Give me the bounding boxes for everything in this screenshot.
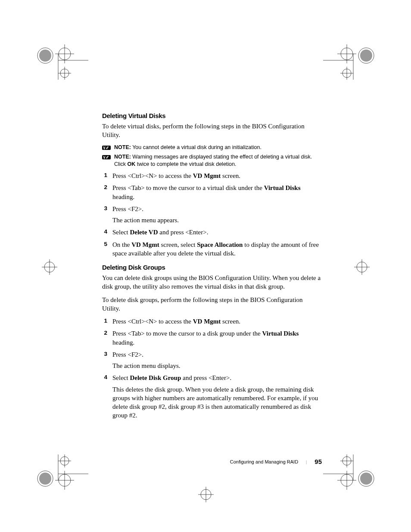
crop-mark-top-left xyxy=(37,37,88,80)
step-bold: Space Allocation xyxy=(197,241,243,248)
step-body: Press <Tab> to move the cursor to a virt… xyxy=(112,184,322,201)
note-1: NOTE: You cannot delete a virtual disk d… xyxy=(102,144,322,151)
step-body: Select Delete VD and press <Enter>. xyxy=(112,228,322,236)
step-text: and press <Enter>. xyxy=(181,374,231,381)
note-label: NOTE: xyxy=(114,154,131,160)
step-text: heading. xyxy=(112,193,134,200)
step-text: Press <F2>. xyxy=(112,350,322,359)
step-number: 3 xyxy=(102,205,107,225)
page-footer: Configuring and Managing RAID | 95 xyxy=(102,458,322,465)
page-number: 95 xyxy=(314,458,322,465)
step-item: 2 Press <Tab> to move the cursor to a di… xyxy=(102,329,322,347)
step-text: screen, select xyxy=(159,241,197,248)
crop-mark-top-right xyxy=(323,37,375,80)
step-text: The action menu appears. xyxy=(112,216,322,224)
step-bold: VD Mgmt xyxy=(193,172,221,179)
step-item: 2 Press <Tab> to move the cursor to a vi… xyxy=(102,184,322,201)
note-icon xyxy=(102,154,111,160)
step-number: 2 xyxy=(102,330,107,347)
step-item: 5 On the VD Mgmt screen, select Space Al… xyxy=(102,240,322,258)
step-text: Select xyxy=(112,374,130,381)
step-text: Press <F2>. xyxy=(112,205,322,213)
step-item: 1 Press <Ctrl><N> to access the VD Mgmt … xyxy=(102,171,322,180)
note-body-b: twice to complete the virtual disk delet… xyxy=(135,161,236,167)
step-body: Press <F2>. The action menu displays. xyxy=(112,350,322,370)
svg-point-40 xyxy=(360,473,372,485)
svg-point-11 xyxy=(360,50,372,62)
step-bold: VD Mgmt xyxy=(131,241,159,248)
step-body: Select Delete Disk Group and press <Ente… xyxy=(112,373,322,420)
svg-rect-50 xyxy=(102,155,111,159)
step-bold: Virtual Disks xyxy=(264,184,301,191)
svg-point-27 xyxy=(39,473,51,485)
step-body: Press <F2>. The action menu appears. xyxy=(112,205,322,225)
note-2: NOTE: Warning messages are displayed sta… xyxy=(102,153,322,168)
section-heading-deleting-virtual-disks: Deleting Virtual Disks xyxy=(102,112,322,119)
step-number: 3 xyxy=(102,351,107,370)
step-item: 4 Select Delete Disk Group and press <En… xyxy=(102,373,322,420)
step-bold: Virtual Disks xyxy=(262,330,299,337)
note-text: NOTE: Warning messages are displayed sta… xyxy=(114,153,322,168)
step-item: 3 Press <F2>. The action menu appears. xyxy=(102,205,322,225)
steps-section1: 1 Press <Ctrl><N> to access the VD Mgmt … xyxy=(102,171,322,258)
crop-mark-bottom-left xyxy=(37,454,88,498)
step-text: Press <Tab> to move the cursor to a disk… xyxy=(112,330,262,337)
step-text: Select xyxy=(112,229,130,236)
page-content: Deleting Virtual Disks To delete virtual… xyxy=(102,112,322,426)
step-text: The action menu displays. xyxy=(112,361,322,370)
step-bold: Delete Disk Group xyxy=(130,374,181,381)
section-intro: You can delete disk groups using the BIO… xyxy=(102,274,322,291)
note-body: You cannot delete a virtual disk during … xyxy=(131,144,262,150)
crop-mark-mid-left xyxy=(41,258,58,276)
crop-mark-bottom-center xyxy=(197,486,215,503)
step-bold: Delete VD xyxy=(130,229,158,236)
step-number: 4 xyxy=(102,228,107,236)
svg-rect-49 xyxy=(102,146,111,150)
step-text: On the xyxy=(112,241,131,248)
step-text: Press <Ctrl><N> to access the xyxy=(112,318,193,325)
step-text: Press <Ctrl><N> to access the xyxy=(112,172,193,179)
step-text: screen. xyxy=(221,318,240,325)
section-intro: To delete virtual disks, perform the fol… xyxy=(102,122,322,140)
step-item: 4 Select Delete VD and press <Enter>. xyxy=(102,228,322,236)
svg-point-1 xyxy=(39,50,51,62)
step-bold: VD Mgmt xyxy=(193,318,221,325)
step-number: 1 xyxy=(102,317,107,326)
step-body: Press <Ctrl><N> to access the VD Mgmt sc… xyxy=(112,317,322,326)
step-number: 2 xyxy=(102,184,107,201)
crop-mark-bottom-right xyxy=(323,454,375,498)
section-intro: To delete disk groups, perform the follo… xyxy=(102,296,322,313)
step-text: Press <Tab> to move the cursor to a virt… xyxy=(112,184,264,191)
step-number: 5 xyxy=(102,241,107,258)
step-body: Press <Ctrl><N> to access the VD Mgmt sc… xyxy=(112,171,322,180)
step-text: This deletes the disk group. When you de… xyxy=(112,385,322,420)
step-text: screen. xyxy=(221,172,240,179)
note-label: NOTE: xyxy=(114,144,131,150)
step-text: heading. xyxy=(112,339,134,346)
step-body: On the VD Mgmt screen, select Space Allo… xyxy=(112,240,322,258)
crop-mark-mid-right xyxy=(353,258,371,276)
note-icon xyxy=(102,145,111,151)
step-number: 4 xyxy=(102,374,107,420)
footer-title: Configuring and Managing RAID xyxy=(230,459,298,464)
steps-section2: 1 Press <Ctrl><N> to access the VD Mgmt … xyxy=(102,317,322,420)
step-body: Press <Tab> to move the cursor to a disk… xyxy=(112,329,322,347)
step-number: 1 xyxy=(102,172,107,180)
step-item: 1 Press <Ctrl><N> to access the VD Mgmt … xyxy=(102,317,322,326)
step-text: and press <Enter>. xyxy=(158,229,209,236)
note-text: NOTE: You cannot delete a virtual disk d… xyxy=(114,144,262,151)
footer-separator: | xyxy=(306,459,307,464)
step-item: 3 Press <F2>. The action menu displays. xyxy=(102,350,322,370)
note-ok: OK xyxy=(128,161,136,167)
section-heading-deleting-disk-groups: Deleting Disk Groups xyxy=(102,264,322,271)
